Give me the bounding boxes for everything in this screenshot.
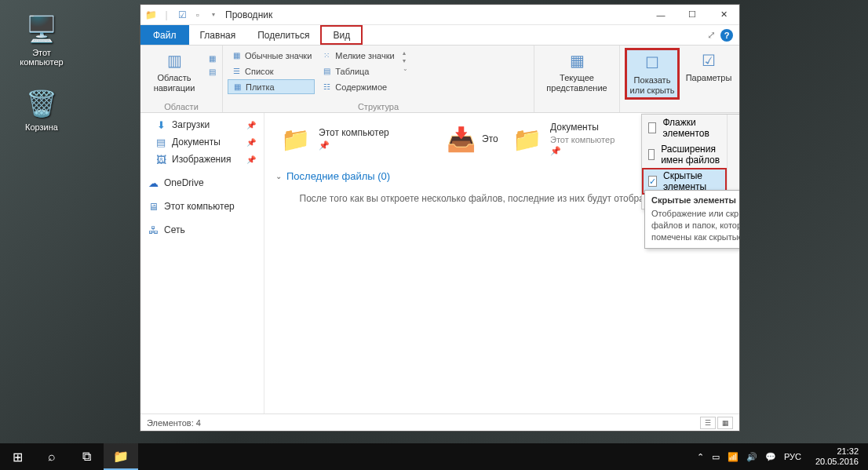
tile-folder[interactable]: 📁 Этот компьютер📌 [275,119,429,159]
main-panel: 📁 Этот компьютер📌 📥 Это 📁 ДокументыЭтот … [264,113,739,414]
notifications-icon[interactable]: 💬 [765,452,776,462]
layout-scroll-up[interactable]: ▴ [403,49,408,56]
current-view-icon: ▦ [566,49,588,71]
content-icon: ☷ [321,82,332,93]
layout-normal-icons[interactable]: ▦Обычные значки [228,48,315,63]
sidebar: ⬇Загрузки📌 ▤Документы📌 🖼Изображения📌 ☁On… [140,113,264,414]
statusbar-views: ☰ ▦ [700,417,733,429]
menu-home[interactable]: Главная [189,25,247,45]
close-button[interactable]: ✕ [708,5,739,25]
checkbox-unchecked[interactable] [648,149,655,160]
titlebar[interactable]: 📁 | ☑ ▫ ▾ Проводник — ☐ ✕ [140,5,739,25]
qat-dropdown-icon[interactable]: ▾ [206,8,221,22]
list-icon: ☰ [231,66,242,77]
trash-icon: 🗑️ [24,86,59,121]
ribbon-group-panes: ▥ Область навигации ▦ ▤ Области [140,46,223,112]
ribbon: ▥ Область навигации ▦ ▤ Области ▦Обычные… [140,46,739,113]
preview-pane-icon[interactable]: ▦ [206,53,217,64]
params-label: Параметры [686,73,732,83]
tile-folder-partial[interactable]: 📥 Это [444,119,491,159]
params-button[interactable]: ☑ Параметры [683,48,735,85]
layout-content[interactable]: ☷Содержимое [318,79,397,94]
folder-download-icon: 📥 [447,124,476,155]
checkbox-unchecked[interactable] [648,122,656,133]
pin-icon: 📌 [246,138,256,147]
show-hide-label: Показать или скрыть [629,75,676,96]
desktop-icon-label: Корзина [14,122,69,132]
sidebar-item-this-pc[interactable]: 🖥Этот компьютер [140,198,264,215]
language-indicator[interactable]: РУС [784,452,801,461]
statusbar: Элементов: 4 ☰ ▦ [140,414,739,431]
explorer-icon: 📁 [144,8,158,22]
system-tray: ⌃ ▭ 📶 🔊 💬 РУС 21:32 20.05.2016 [697,446,868,467]
explorer-window: 📁 | ☑ ▫ ▾ Проводник — ☐ ✕ Файл Главная П… [140,4,740,432]
taskbar: ⊞ ⌕ ⧉ 📁 ⌃ ▭ 📶 🔊 💬 РУС 21:32 20.05.2016 [0,443,868,470]
battery-icon[interactable]: ▭ [712,452,720,462]
pictures-icon: 🖼 [155,153,167,166]
popup-item-checkboxes[interactable]: Флажки элементов [642,115,727,141]
content-area: ⬇Загрузки📌 ▤Документы📌 🖼Изображения📌 ☁On… [140,113,739,414]
sidebar-item-documents[interactable]: ▤Документы📌 [140,133,264,151]
ribbon-group-label [625,100,735,111]
qat-separator: | [159,8,173,22]
ribbon-group-label [539,100,615,111]
ribbon-pin-icon[interactable]: ⤢ [707,29,716,41]
chevron-down-icon: ⌄ [275,172,282,180]
layout-expand[interactable]: ⌄ [403,65,408,72]
show-hide-button[interactable]: ☐ Показать или скрыть [625,48,680,100]
tooltip: Скрытые элементы Отображение или скрытие… [644,190,739,249]
minimize-button[interactable]: — [645,5,677,25]
desktop-icon-trash[interactable]: 🗑️ Корзина [14,86,69,132]
current-view-button[interactable]: ▦ Текущее представление [539,48,615,95]
help-icon[interactable]: ? [720,29,733,42]
qat-properties-icon[interactable]: ☑ [175,8,189,22]
sidebar-item-onedrive[interactable]: ☁OneDrive [140,174,264,191]
folder-icon: 📁 [278,124,312,155]
task-view-button[interactable]: ⧉ [69,443,104,470]
params-icon: ☑ [698,49,720,71]
tooltip-title: Скрытые элементы [651,195,739,205]
maximize-button[interactable]: ☐ [677,5,708,25]
popup-hide-selected[interactable]: ▢ Скрыть выбранные элементы [727,115,739,195]
view-icons-button[interactable]: ▦ [717,417,733,429]
details-pane-icon[interactable]: ▤ [206,66,217,77]
network-tray-icon[interactable]: 📶 [728,452,739,462]
layout-scroll-down[interactable]: ▾ [403,57,408,64]
icons-small-icon: ⁙ [321,50,332,61]
menu-file[interactable]: Файл [140,25,189,45]
sidebar-item-pictures[interactable]: 🖼Изображения📌 [140,151,264,168]
show-hide-icon: ☐ [641,52,663,74]
layout-tiles[interactable]: ▦Плитка [228,79,315,94]
folder-documents-icon: 📁 [509,124,544,155]
tray-up-icon[interactable]: ⌃ [697,452,704,462]
ribbon-group-label: Области [145,100,217,111]
menu-view[interactable]: Вид [320,25,363,45]
layout-small-icons[interactable]: ⁙Мелкие значки [318,48,397,63]
tile-documents[interactable]: 📁 ДокументыЭтот компьютер📌 [507,119,660,159]
sidebar-item-downloads[interactable]: ⬇Загрузки📌 [140,116,264,133]
computer-icon: 🖥️ [24,12,59,46]
nav-pane-button[interactable]: ▥ Область навигации [145,48,203,95]
view-details-button[interactable]: ☰ [700,417,716,429]
search-button[interactable]: ⌕ [35,443,69,470]
popup-file-extensions[interactable]: Расширения имен файлов [642,141,727,168]
layout-table[interactable]: ▤Таблица [318,64,397,78]
clock-date: 20.05.2016 [815,457,859,467]
qat-new-icon[interactable]: ▫ [191,8,205,22]
taskbar-explorer[interactable]: 📁 [104,443,138,470]
volume-icon[interactable]: 🔊 [746,452,757,462]
ribbon-group-label: Структура [228,100,529,111]
desktop: 🖥️ Этот компьютер 🗑️ Корзина 📁 | ☑ ▫ ▾ П… [0,0,868,470]
pin-icon: 📌 [550,146,561,155]
desktop-icon-computer[interactable]: 🖥️ Этот компьютер [14,12,69,67]
pin-icon: 📌 [319,140,330,150]
nav-pane-icon: ▥ [163,49,185,71]
menu-share[interactable]: Поделиться [246,25,320,45]
layout-list[interactable]: ☰Список [228,64,315,78]
window-title: Проводник [221,9,645,20]
menubar: Файл Главная Поделиться Вид ⤢ ? [140,25,739,46]
start-button[interactable]: ⊞ [0,443,35,470]
clock[interactable]: 21:32 20.05.2016 [809,446,865,467]
checkbox-checked[interactable]: ✓ [648,176,657,187]
sidebar-item-network[interactable]: 🖧Сеть [140,221,264,239]
